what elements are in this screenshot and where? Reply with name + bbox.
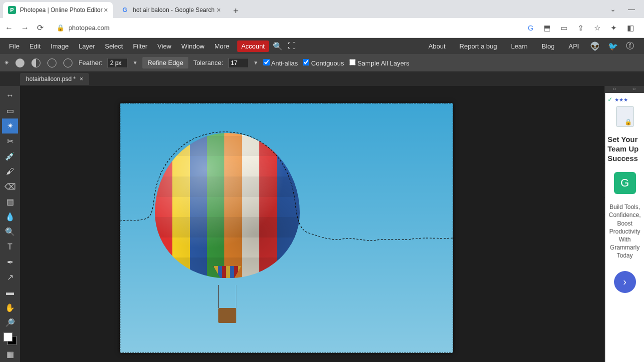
minimize-icon[interactable]: —	[628, 5, 635, 13]
document-tab[interactable]: hotairballoon.psd * ×	[20, 73, 89, 85]
tolerance-input[interactable]	[228, 58, 248, 68]
ad-headline: Set Your Team Up Success	[608, 135, 642, 163]
search-icon[interactable]: 🔍	[273, 42, 283, 51]
blur-tool[interactable]: 💧	[2, 210, 18, 224]
close-icon[interactable]: ×	[217, 6, 221, 14]
hand-tool[interactable]: ✋	[2, 300, 18, 315]
panel-icon[interactable]: ◧	[627, 24, 634, 32]
selection-new-icon[interactable]	[15, 58, 24, 68]
link-report[interactable]: Report a bug	[457, 40, 500, 52]
close-icon[interactable]: ×	[104, 6, 108, 14]
link-about[interactable]: About	[426, 40, 449, 52]
tab-title: Photopea | Online Photo Editor	[20, 6, 102, 14]
document-name: hotairballoon.psd *	[26, 76, 75, 82]
selection-add-icon[interactable]	[31, 58, 40, 68]
document-canvas[interactable]	[120, 103, 453, 353]
type-tool[interactable]: T	[2, 240, 18, 254]
close-icon[interactable]: ×	[79, 76, 83, 82]
twitter-icon[interactable]: 🐦	[608, 42, 618, 51]
bookmark-icon[interactable]: ☆	[594, 24, 601, 32]
menu-layer[interactable]: Layer	[74, 40, 100, 53]
extensions-icon[interactable]: ✦	[611, 24, 617, 32]
dropdown-icon[interactable]: ▼	[132, 60, 137, 66]
link-api[interactable]: API	[566, 40, 582, 52]
contiguous-option[interactable]: Contiguous	[303, 59, 344, 67]
shape-tool[interactable]: ▬	[2, 285, 18, 300]
url-text[interactable]: photopea.com	[68, 24, 109, 32]
menu-filter[interactable]: Filter	[128, 40, 152, 53]
account-button[interactable]: Account	[237, 40, 269, 52]
color-swatch[interactable]	[3, 332, 16, 345]
feather-label: Feather:	[78, 59, 102, 66]
feather-input[interactable]	[107, 58, 127, 68]
move-tool[interactable]: ↔	[2, 88, 18, 103]
new-tab-button[interactable]: +	[229, 4, 243, 18]
google-favicon: G	[121, 6, 129, 14]
path-tool[interactable]: ↗	[2, 270, 18, 285]
menu-image[interactable]: Image	[45, 40, 73, 53]
pen-tool[interactable]: ✒	[2, 254, 18, 270]
reload-button[interactable]: ⟳	[37, 23, 43, 32]
menu-window[interactable]: Window	[176, 40, 209, 53]
ad-stars: ★★★	[615, 97, 628, 102]
browser-tab[interactable]: G hot air baloon - Google Search ×	[116, 2, 226, 18]
lock-icon: 🔒	[56, 24, 64, 32]
google-icon[interactable]: G	[528, 24, 534, 32]
dropdown-icon[interactable]: ▼	[253, 60, 258, 66]
grammarly-icon: G	[614, 172, 636, 194]
contiguous-checkbox[interactable]	[303, 59, 309, 66]
dodge-tool[interactable]: 🔍	[2, 224, 18, 240]
share-icon[interactable]: ⇪	[578, 24, 584, 32]
anti-alias-option[interactable]: Anti-alias	[263, 59, 298, 67]
left-toolbar: ↔ ▭ ✴ ✂ 💉 🖌 ⌫ ▤ 💧 🔍 T ✒ ↗ ▬ ✋ 🔎 ▦	[0, 86, 20, 362]
canvas-area[interactable]	[20, 86, 604, 362]
tab-title: hot air baloon - Google Search	[133, 6, 214, 14]
foreground-color[interactable]	[3, 332, 12, 342]
install-icon[interactable]: ⬒	[544, 24, 551, 32]
selection-marquee	[120, 103, 453, 353]
photopea-app: File Edit Image Layer Select Filter View…	[0, 38, 644, 362]
ad-body: Build Tools, Confidence, Boost Productiv…	[608, 203, 642, 260]
selection-intersect-icon[interactable]	[63, 58, 72, 68]
window-controls: ⌄ —	[610, 5, 644, 13]
eraser-tool[interactable]: ⌫	[2, 179, 18, 194]
ad-sidebar: ✓ ★★★ Set Your Team Up Success G Build T…	[605, 93, 644, 362]
sample-all-checkbox[interactable]	[349, 59, 356, 66]
link-blog[interactable]: Blog	[539, 40, 558, 52]
facebook-icon[interactable]: ⓕ	[626, 41, 634, 52]
reddit-icon[interactable]: 👽	[590, 42, 600, 51]
browser-tabstrip: P Photopea | Online Photo Editor × G hot…	[0, 0, 644, 18]
marquee-tool[interactable]: ▭	[2, 103, 18, 118]
magic-wand-icon: ✴	[4, 59, 9, 66]
reader-icon[interactable]: ▭	[561, 24, 568, 32]
selection-subtract-icon[interactable]	[47, 58, 56, 68]
menu-file[interactable]: File	[4, 40, 24, 53]
ad-cta-button[interactable]: ›	[614, 271, 636, 293]
refine-edge-button[interactable]: Refine Edge	[142, 57, 188, 68]
eyedropper-tool[interactable]: 💉	[2, 148, 18, 164]
magic-wand-tool[interactable]: ✴	[2, 118, 18, 134]
balloon-image	[155, 133, 300, 283]
fullscreen-icon[interactable]: ⛶	[288, 42, 296, 50]
link-learn[interactable]: Learn	[508, 40, 531, 52]
chevron-down-icon[interactable]: ⌄	[610, 5, 616, 13]
browser-tab-active[interactable]: P Photopea | Online Photo Editor ×	[3, 2, 113, 18]
crop-tool[interactable]: ✂	[2, 134, 18, 148]
quickmask-tool[interactable]: ▦	[2, 347, 18, 362]
zoom-tool[interactable]: 🔎	[2, 316, 18, 330]
address-bar: ← → ⟳ 🔒 photopea.com G ⬒ ▭ ⇪ ☆ ✦ ◧	[0, 18, 644, 38]
menu-view[interactable]: View	[152, 40, 176, 53]
document-tabstrip: hotairballoon.psd * ×	[0, 72, 644, 86]
menu-select[interactable]: Select	[100, 40, 128, 53]
brush-tool[interactable]: 🖌	[2, 164, 18, 179]
sample-all-option[interactable]: Sample All Layers	[349, 59, 410, 67]
menu-more[interactable]: More	[209, 40, 234, 53]
forward-button[interactable]: →	[21, 24, 29, 32]
menu-edit[interactable]: Edit	[24, 40, 45, 53]
back-button[interactable]: ←	[5, 24, 13, 32]
gradient-tool[interactable]: ▤	[2, 194, 18, 209]
menu-bar: File Edit Image Layer Select Filter View…	[0, 38, 644, 54]
tool-options-bar: ✴ Feather: ▼ Refine Edge Tolerance: ▼ An…	[0, 54, 644, 72]
photopea-favicon: P	[8, 6, 16, 14]
anti-alias-checkbox[interactable]	[263, 59, 270, 66]
